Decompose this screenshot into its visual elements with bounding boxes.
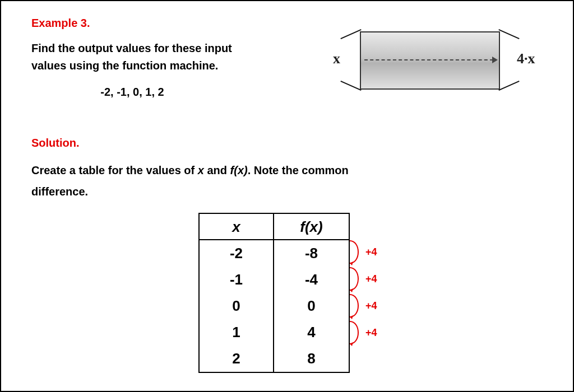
difference-value: +4 (365, 327, 377, 339)
difference-value: +4 (365, 273, 377, 285)
problem-prompt: Find the output values for these input v… (31, 40, 267, 74)
cell-x: 1 (200, 319, 274, 346)
cell-fx: 8 (274, 346, 349, 372)
bracket-arc-icon (349, 319, 365, 346)
difference-annotation: +4 (354, 265, 394, 292)
cell-x: -1 (200, 267, 274, 293)
machine-outlet-line (498, 81, 519, 91)
table-row: -1 -4 (200, 267, 349, 293)
difference-annotation: +4 (354, 239, 394, 265)
cell-x: 2 (200, 346, 274, 372)
machine-inlet-line (340, 81, 361, 91)
solution-instruction: Create a table for the values of x and f… (31, 160, 390, 202)
function-machine-diagram: x 4·x (304, 21, 550, 100)
cell-x: -2 (200, 240, 274, 267)
machine-arrow (364, 59, 493, 60)
input-values-list: -2, -1, 0, 1, 2 (31, 86, 233, 99)
bracket-arc-icon (349, 239, 365, 265)
text-fragment: and (204, 164, 230, 176)
common-difference-annotations: +4 +4 +4 +4 (354, 239, 399, 373)
difference-annotation: +4 (354, 319, 394, 346)
table-header-fx: f(x) (274, 214, 349, 240)
solution-heading: Solution. (31, 137, 543, 150)
difference-annotation: +4 (354, 292, 394, 319)
values-table: x f(x) -2 -8 -1 -4 0 0 1 4 2 8 (198, 213, 350, 373)
cell-fx: 0 (274, 293, 349, 319)
table-row: 2 8 (200, 346, 349, 372)
variable-x: x (198, 164, 204, 176)
difference-value: +4 (365, 300, 377, 312)
machine-input-label: x (333, 50, 340, 67)
difference-value: +4 (365, 246, 377, 258)
machine-outlet-line (498, 29, 519, 39)
bracket-arc-icon (349, 265, 365, 292)
machine-box (360, 31, 500, 90)
table-header-x: x (200, 214, 274, 240)
cell-fx: -4 (274, 267, 349, 293)
text-fragment: Create a table for the values of (31, 164, 198, 176)
worksheet-page: Example 3. Find the output values for th… (0, 0, 574, 392)
cell-x: 0 (200, 293, 274, 319)
cell-fx: -8 (274, 240, 349, 267)
table-row: 0 0 (200, 293, 349, 319)
machine-inlet-line (340, 29, 361, 39)
cell-fx: 4 (274, 319, 349, 346)
table-row: 1 4 (200, 319, 349, 346)
table-row: -2 -8 (200, 240, 349, 267)
table-header-row: x f(x) (200, 214, 349, 240)
machine-output-label: 4·x (517, 50, 535, 67)
variable-fx: f(x) (230, 164, 248, 176)
arrow-head-icon (492, 57, 498, 63)
bracket-arc-icon (349, 292, 365, 319)
